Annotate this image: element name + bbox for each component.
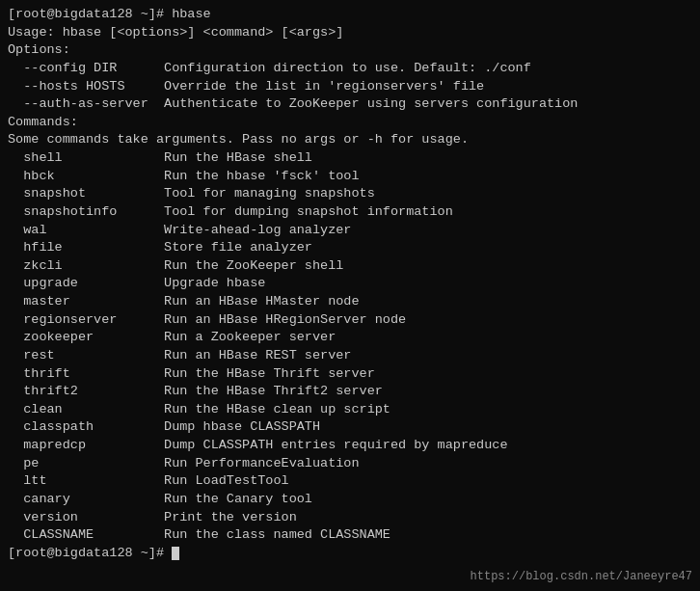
terminal-line: [root@bigdata128 ~]# hbase: [8, 6, 692, 24]
terminal-line: [root@bigdata128 ~]#: [8, 545, 692, 563]
terminal-line: snapshot Tool for managing snapshots: [8, 185, 692, 203]
terminal-line: ltt Run LoadTestTool: [8, 472, 692, 491]
terminal-line: wal Write-ahead-log analyzer: [8, 222, 692, 240]
terminal-line: CLASSNAME Run the class named CLASSNAME: [8, 526, 692, 545]
terminal-line: --auth-as-server Authenticate to ZooKeep…: [8, 95, 692, 114]
terminal-line: --config DIR Configuration direction to …: [8, 60, 692, 78]
terminal-line: rest Run an HBase REST server: [8, 347, 692, 365]
terminal-line: --hosts HOSTS Override the list in 'regi…: [8, 78, 692, 96]
terminal-line: mapredcp Dump CLASSPATH entries required…: [8, 437, 692, 455]
terminal-line: Some commands take arguments. Pass no ar…: [8, 131, 692, 149]
terminal-line: upgrade Upgrade hbase: [8, 275, 692, 293]
terminal-line: hbck Run the hbase 'fsck' tool: [8, 168, 692, 186]
terminal-line: canary Run the Canary tool: [8, 491, 692, 509]
terminal-line: pe Run PerformanceEvaluation: [8, 455, 692, 473]
terminal-line: Usage: hbase [<options>] <command> [<arg…: [8, 24, 692, 42]
terminal-line: regionserver Run an HBase HRegionServer …: [8, 311, 692, 330]
terminal-line: version Print the version: [8, 509, 692, 527]
terminal-line: clean Run the HBase clean up script: [8, 401, 692, 419]
terminal-line: thrift Run the HBase Thrift server: [8, 365, 692, 384]
terminal-line: master Run an HBase HMaster node: [8, 293, 692, 311]
terminal-line: thrift2 Run the HBase Thrift2 server: [8, 383, 692, 401]
terminal-line: Commands:: [8, 114, 692, 132]
terminal-content: [root@bigdata128 ~]# hbaseUsage: hbase […: [8, 6, 692, 562]
terminal-line: zkcli Run the ZooKeeper shell: [8, 257, 692, 276]
terminal-line: shell Run the HBase shell: [8, 149, 692, 168]
watermark-text: https://blog.csdn.net/Janeeyre47: [471, 570, 692, 583]
terminal-window: [root@bigdata128 ~]# hbaseUsage: hbase […: [0, 0, 700, 591]
terminal-line: snapshotinfo Tool for dumping snapshot i…: [8, 203, 692, 222]
terminal-line: classpath Dump hbase CLASSPATH: [8, 418, 692, 437]
terminal-line: zookeeper Run a Zookeeper server: [8, 329, 692, 347]
terminal-line: Options:: [8, 41, 692, 60]
terminal-line: hfile Store file analyzer: [8, 239, 692, 257]
terminal-cursor: [172, 547, 179, 560]
